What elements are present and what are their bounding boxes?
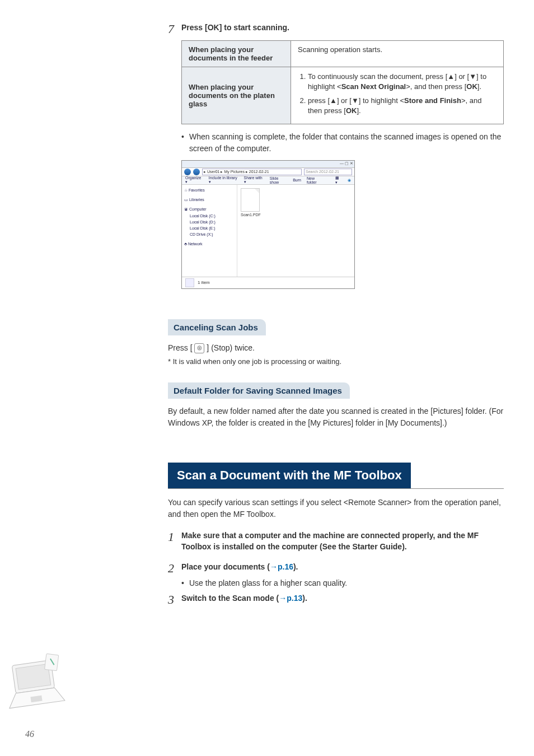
row2-item2: press [▲] or [▼] to highlight <Store and… — [308, 96, 496, 116]
row2-item1: To continuously scan the document, press… — [308, 72, 496, 92]
step-7: 7 Press [OK] to start scanning. — [168, 22, 504, 36]
default-folder-body: By default, a new folder named after the… — [168, 405, 504, 429]
bullet-icon: • — [181, 578, 189, 587]
row2-header: When placing your documents on the plate… — [182, 67, 291, 124]
page-ref-link[interactable]: →p.13 — [279, 594, 302, 603]
mf-step-1: 1 Make sure that a computer and the mach… — [168, 530, 504, 552]
include-library-button[interactable]: Include in library ▾ — [209, 176, 238, 184]
search-input[interactable]: Search 2012-02-21 — [304, 169, 352, 175]
page-ref-link[interactable]: →p.16 — [270, 562, 293, 571]
pdf-file-icon — [241, 188, 260, 212]
new-folder-button[interactable]: New folder — [307, 176, 324, 184]
row1-header: When placing your documents in the feede… — [182, 41, 291, 67]
explorer-main: Scan1.PDF — [237, 185, 354, 277]
organize-button[interactable]: Organize ▾ — [185, 176, 203, 184]
nav-disk-d[interactable]: Local Disk (D:) — [184, 219, 235, 225]
status-text: 1 item — [198, 280, 210, 285]
nav-libraries[interactable]: ▭ Libraries — [184, 197, 235, 203]
explorer-nav: ☆ Favorites ▭ Libraries 🖥 Computer Local… — [182, 185, 237, 277]
step-number: 7 — [168, 22, 181, 36]
cancel-heading: Canceling Scan Jobs — [168, 319, 266, 335]
explorer-toolbar: Organize ▾ Include in library ▾ Share wi… — [182, 176, 354, 185]
file-label: Scan1.PDF — [241, 213, 263, 217]
cancel-footnote: * It is valid when only one job is proce… — [168, 356, 504, 367]
address-bar[interactable]: ▸ User01 ▸ My Pictures ▸ 2012-02-21 — [202, 169, 302, 175]
laptop-illustration — [0, 638, 84, 722]
mf-intro: You can specify various scan settings if… — [168, 497, 504, 520]
step-number: 1 — [168, 530, 181, 544]
nav-network[interactable]: ⬘ Network — [184, 241, 235, 247]
help-icon[interactable]: ◉ — [348, 178, 351, 183]
stop-icon: ◎ — [194, 343, 204, 353]
bullet-icon: • — [181, 131, 189, 155]
step-title: Press [OK] to start scanning. — [181, 22, 289, 34]
nav-favorites[interactable]: ☆ Favorites — [184, 187, 235, 193]
mf-toolbox-heading: Scan a Document with the MF Toolbox — [168, 463, 411, 488]
page-number: 46 — [25, 729, 34, 739]
explorer-statusbar: 1 item — [182, 277, 354, 288]
step-text: Place your documents (→p.16). — [181, 562, 298, 573]
step-number: 3 — [168, 593, 181, 606]
mf-step-2: 2 Place your documents (→p.16). — [168, 562, 504, 575]
step-text: Make sure that a computer and the machin… — [181, 530, 504, 552]
window-controls-icon: — ▢ ✕ — [340, 161, 353, 166]
nav-cd-x[interactable]: CD Drive (X:) — [184, 231, 235, 237]
cancel-body: Press [ ◎ ] (Stop) twice. — [168, 342, 504, 354]
nav-disk-c[interactable]: Local Disk (C:) — [184, 213, 235, 219]
explorer-screenshot: — ▢ ✕ ▸ User01 ▸ My Pictures ▸ 2012-02-2… — [181, 160, 504, 289]
nav-computer[interactable]: 🖥 Computer — [184, 206, 235, 212]
mf-step-2-bullet: • Use the platen glass for a higher scan… — [181, 578, 504, 587]
row2-body: To continuously scan the document, press… — [291, 67, 504, 124]
view-icon[interactable]: ▦ ▾ — [335, 176, 342, 185]
step-text: Switch to the Scan mode (→p.13). — [181, 593, 307, 604]
status-icon — [185, 278, 194, 287]
nav-disk-e[interactable]: Local Disk (E:) — [184, 225, 235, 231]
back-button[interactable] — [184, 169, 191, 175]
scanning-table: When placing your documents in the feede… — [181, 40, 504, 124]
default-folder-heading: Default Folder for Saving Scanned Images — [168, 382, 350, 399]
svg-rect-3 — [45, 654, 59, 670]
row1-body: Scanning operation starts. — [291, 41, 504, 67]
slideshow-button[interactable]: Slide show — [270, 176, 287, 184]
step-number: 2 — [168, 562, 181, 575]
burn-button[interactable]: Burn — [293, 178, 301, 182]
mf-step-3: 3 Switch to the Scan mode (→p.13). — [168, 593, 504, 606]
window-titlebar: — ▢ ✕ — [182, 161, 354, 168]
completion-note: • When scanning is complete, the folder … — [181, 131, 504, 155]
forward-button[interactable] — [193, 169, 200, 175]
share-with-button[interactable]: Share with ▾ — [244, 176, 264, 184]
file-item[interactable]: Scan1.PDF — [241, 188, 263, 217]
